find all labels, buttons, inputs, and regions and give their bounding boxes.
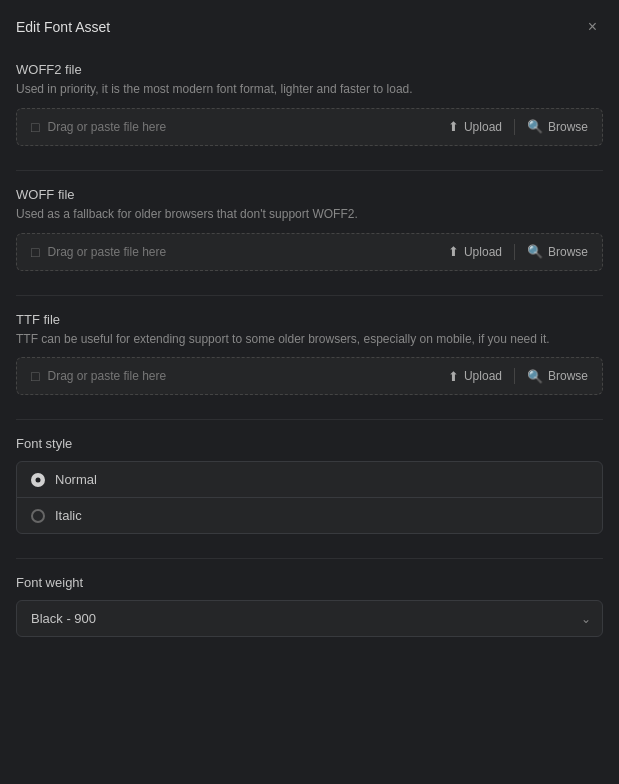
woff-drop-label: □ Drag or paste file here [31, 244, 166, 260]
ttf-drop-zone[interactable]: □ Drag or paste file here ⬆ Upload 🔍 Bro… [16, 357, 603, 395]
modal-title: Edit Font Asset [16, 19, 110, 35]
action-divider [514, 368, 515, 384]
separator-3 [16, 419, 603, 420]
font-style-title: Font style [16, 436, 603, 451]
font-weight-select-wrapper: Thin - 100 Extra Light - 200 Light - 300… [16, 600, 603, 637]
browse-icon: 🔍 [527, 244, 543, 259]
upload-icon: ⬆ [448, 369, 459, 384]
upload-icon: ⬆ [448, 119, 459, 134]
edit-font-asset-modal: Edit Font Asset × WOFF2 file Used in pri… [0, 0, 619, 784]
separator-1 [16, 170, 603, 171]
woff-upload-button[interactable]: ⬆ Upload [448, 244, 502, 259]
font-style-italic-label: Italic [55, 508, 82, 523]
woff2-upload-button[interactable]: ⬆ Upload [448, 119, 502, 134]
close-button[interactable]: × [582, 16, 603, 38]
font-style-normal-radio[interactable] [31, 473, 45, 487]
woff-upload-label: Upload [464, 245, 502, 259]
woff2-file-actions: ⬆ Upload 🔍 Browse [448, 119, 588, 135]
woff2-title: WOFF2 file [16, 62, 603, 77]
woff2-drop-zone[interactable]: □ Drag or paste file here ⬆ Upload 🔍 Bro… [16, 108, 603, 146]
action-divider [514, 244, 515, 260]
font-style-normal-option[interactable]: Normal [17, 462, 602, 498]
woff-description: Used as a fallback for older browsers th… [16, 206, 603, 223]
woff-browse-label: Browse [548, 245, 588, 259]
font-weight-title: Font weight [16, 575, 603, 590]
ttf-browse-label: Browse [548, 369, 588, 383]
ttf-file-actions: ⬆ Upload 🔍 Browse [448, 368, 588, 384]
font-weight-select[interactable]: Thin - 100 Extra Light - 200 Light - 300… [16, 600, 603, 637]
ttf-drop-text: Drag or paste file here [47, 369, 166, 383]
font-style-section: Font style Normal Italic [16, 436, 603, 534]
font-style-italic-option[interactable]: Italic [17, 498, 602, 533]
woff2-description: Used in priority, it is the most modern … [16, 81, 603, 98]
woff-title: WOFF file [16, 187, 603, 202]
separator-2 [16, 295, 603, 296]
font-style-normal-label: Normal [55, 472, 97, 487]
upload-icon: ⬆ [448, 244, 459, 259]
woff-section: WOFF file Used as a fallback for older b… [16, 187, 603, 271]
ttf-description: TTF can be useful for extending support … [16, 331, 603, 348]
woff2-upload-label: Upload [464, 120, 502, 134]
woff2-drop-label: □ Drag or paste file here [31, 119, 166, 135]
font-weight-section: Font weight Thin - 100 Extra Light - 200… [16, 575, 603, 637]
file-icon: □ [31, 244, 39, 260]
woff2-browse-label: Browse [548, 120, 588, 134]
action-divider [514, 119, 515, 135]
ttf-upload-button[interactable]: ⬆ Upload [448, 369, 502, 384]
ttf-section: TTF file TTF can be useful for extending… [16, 312, 603, 396]
separator-4 [16, 558, 603, 559]
woff-file-actions: ⬆ Upload 🔍 Browse [448, 244, 588, 260]
woff-drop-text: Drag or paste file here [47, 245, 166, 259]
font-style-italic-radio[interactable] [31, 509, 45, 523]
browse-icon: 🔍 [527, 369, 543, 384]
ttf-drop-label: □ Drag or paste file here [31, 368, 166, 384]
ttf-upload-label: Upload [464, 369, 502, 383]
ttf-title: TTF file [16, 312, 603, 327]
font-style-radio-group: Normal Italic [16, 461, 603, 534]
woff2-section: WOFF2 file Used in priority, it is the m… [16, 62, 603, 146]
woff-drop-zone[interactable]: □ Drag or paste file here ⬆ Upload 🔍 Bro… [16, 233, 603, 271]
woff2-drop-text: Drag or paste file here [47, 120, 166, 134]
file-icon: □ [31, 368, 39, 384]
woff2-browse-button[interactable]: 🔍 Browse [527, 119, 588, 134]
modal-header: Edit Font Asset × [16, 16, 603, 38]
file-icon: □ [31, 119, 39, 135]
woff-browse-button[interactable]: 🔍 Browse [527, 244, 588, 259]
ttf-browse-button[interactable]: 🔍 Browse [527, 369, 588, 384]
browse-icon: 🔍 [527, 119, 543, 134]
